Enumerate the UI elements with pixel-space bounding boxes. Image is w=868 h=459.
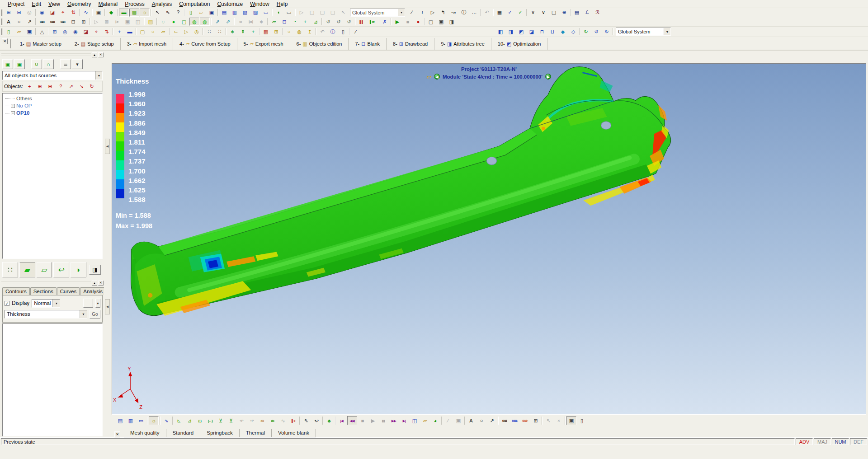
note-tool-button[interactable]: ▤	[572, 9, 582, 17]
panel-close-icon[interactable]: ✕	[98, 52, 104, 57]
camera-view-button[interactable]: △	[37, 28, 47, 36]
snap-node-button[interactable]: +	[248, 28, 258, 36]
vp-dimension-button[interactable]: 048	[500, 416, 509, 425]
vp-clear-button[interactable]: ▯	[577, 416, 587, 425]
mode-springback-button[interactable]: ↩	[53, 262, 69, 277]
check-option-button-1[interactable]: ∨	[528, 9, 538, 17]
solid-render-button[interactable]: ◆	[106, 9, 116, 17]
mode-points-button[interactable]: ∷	[2, 262, 18, 277]
sphere-tool-button[interactable]: ○	[284, 28, 294, 36]
play-anim-button[interactable]: ▶	[368, 416, 378, 425]
view-left-button[interactable]: ◩	[516, 28, 526, 36]
wtab-master-setup[interactable]: 1- ▤ Master setup	[14, 38, 68, 50]
remove-entity-button[interactable]: ▬	[125, 28, 135, 36]
tree-item-op10[interactable]: + OP10	[4, 109, 101, 117]
section-dt-button-2[interactable]: d±	[268, 416, 278, 425]
result-tab[interactable]: Thermal	[240, 429, 272, 437]
transform-button-4[interactable]: ▢	[328, 9, 338, 17]
dimension-button-3[interactable]: 048	[58, 18, 68, 26]
import-object-button[interactable]: ◖	[274, 9, 283, 17]
section-normal-button-2[interactable]: ⊻	[226, 416, 236, 425]
mode-filled-button[interactable]: ▰	[19, 262, 35, 277]
dimension-button-1[interactable]: 048	[37, 18, 47, 26]
coordinate-system-combo-2[interactable]: Global System ▼	[616, 28, 671, 36]
wtab-blank[interactable]: 7- ⊟ Blank	[349, 38, 387, 50]
target-option-button[interactable]: ⊕	[559, 9, 569, 17]
chevron-down-icon[interactable]: ▼	[398, 9, 405, 16]
zoom-window-button-2[interactable]: ⊞	[50, 28, 60, 36]
section-z-button[interactable]: ⊾	[174, 416, 184, 425]
menu-item[interactable]: Computation	[176, 0, 213, 8]
section-x-button[interactable]: ⊿	[184, 416, 194, 425]
quality-dt-button[interactable]: ▌dt	[367, 18, 377, 26]
panel-collapse-icon[interactable]: ▲	[92, 52, 97, 57]
result-tab[interactable]: Volume blank	[272, 429, 316, 437]
line-tool-button[interactable]: ∕	[407, 9, 417, 17]
draw-ellipse-button[interactable]: ○	[148, 28, 158, 36]
chevron-down-icon[interactable]: ▼	[80, 310, 87, 318]
panel-tab[interactable]: Contours	[2, 287, 30, 295]
unzoom-window-button[interactable]: ⊟	[14, 9, 24, 17]
box-option-button[interactable]: ▢	[549, 9, 559, 17]
section-horizontal-button[interactable]: (↔)	[205, 416, 215, 425]
first-state-button[interactable]: |◀	[337, 416, 347, 425]
undo-button[interactable]: ↶	[482, 9, 492, 17]
rotate-view-button[interactable]: ⇅	[68, 9, 78, 17]
flat-shading-button[interactable]: ▬	[119, 9, 129, 17]
zoom-out-button[interactable]: ◎	[24, 9, 34, 17]
panel-collapse-icon[interactable]: ▲	[92, 281, 97, 286]
object-move-down-button[interactable]: ↘	[77, 82, 85, 90]
start-computation-button[interactable]: ▶	[392, 18, 402, 26]
prism-button[interactable]: ▷	[181, 28, 191, 36]
panel-grip[interactable]	[1, 53, 91, 56]
save-state-button[interactable]: ▣	[453, 416, 463, 425]
create-ring-button-2[interactable]: ◍	[200, 18, 210, 26]
mesh-tool-button-2[interactable]: ⋈	[246, 18, 256, 26]
arrow-annotation-button[interactable]: ↗	[24, 18, 34, 26]
ring-button[interactable]: ◎	[192, 28, 202, 36]
edit-nodes-button-1[interactable]: ∷	[204, 28, 214, 36]
object-query-button[interactable]: ?	[57, 82, 65, 90]
balloon-tool-button[interactable]: ◍	[294, 28, 304, 36]
color-map-button[interactable]: ▦	[261, 28, 271, 36]
new-file-button[interactable]: ▯	[4, 28, 14, 36]
expand-icon[interactable]: +	[11, 104, 15, 108]
tree-item-no-op[interactable]: + No OP	[4, 102, 101, 109]
mode-surface-button[interactable]: ◗	[71, 262, 86, 277]
panel-close-icon[interactable]: ✕	[98, 281, 104, 286]
info-button-2[interactable]: ⓘ	[328, 28, 338, 36]
curve-tool-button[interactable]: ↝	[448, 9, 458, 17]
display-mode-combo[interactable]: Normal ▼	[32, 299, 60, 308]
rotate-step-button-3[interactable]: ↺	[344, 18, 354, 26]
chevron-down-icon[interactable]: ▼	[664, 28, 670, 35]
annotation-box-button[interactable]: ▣	[123, 18, 132, 26]
pause-anim-button[interactable]: ▮▮	[378, 416, 388, 425]
coordinate-system-combo[interactable]: Global System ▼	[350, 9, 405, 17]
vp-measure-button[interactable]: ∿	[161, 416, 171, 425]
object-add-button[interactable]: ⊞	[36, 82, 44, 90]
ellipse-annotation-button[interactable]: ○	[14, 18, 24, 26]
toolbar-drag-handle[interactable]	[1, 9, 3, 16]
menu-item[interactable]: Geometry	[64, 0, 94, 8]
mesh-tool-button-1[interactable]: ≈	[236, 18, 245, 26]
entity-info-button[interactable]: ⓘ	[459, 9, 469, 17]
menu-item[interactable]: Project	[5, 0, 28, 8]
measure-button[interactable]: ∿	[81, 9, 91, 17]
contour-type-combo[interactable]: Thickness ▼	[5, 310, 87, 318]
section-curve-button[interactable]: ∿	[278, 416, 288, 425]
section-vertical-button[interactable]: (↕)	[195, 416, 205, 425]
wtab-import-mesh[interactable]: 3- ▱ Import mesh	[121, 38, 173, 50]
edit-nodes-button-2[interactable]: ∷	[215, 28, 225, 36]
fit-view-button-2[interactable]: ◪	[81, 28, 91, 36]
rotate-step-button-1[interactable]: ↺	[323, 18, 333, 26]
save-file-button[interactable]: ▣	[24, 28, 34, 36]
record-computation-button[interactable]: ●	[413, 18, 423, 26]
collapse-left-icon-2[interactable]: ◀	[105, 299, 110, 314]
bead-upper-button[interactable]: ∩	[43, 59, 54, 69]
select-cursor-button[interactable]: ↖	[152, 9, 162, 17]
fit-view-button[interactable]: ◪	[47, 9, 57, 17]
polyline-tool-button[interactable]: ≀	[417, 9, 427, 17]
cycle-back-button[interactable]: ↺	[591, 28, 601, 36]
open-file-button[interactable]: ▱	[14, 28, 24, 36]
view-front-button[interactable]: ◧	[495, 28, 505, 36]
